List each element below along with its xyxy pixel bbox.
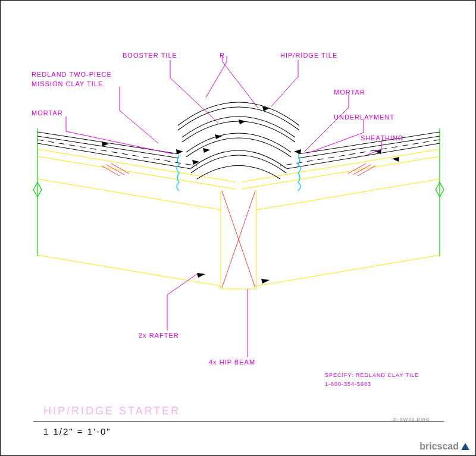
svg-line-18 (358, 166, 375, 176)
label-underlayment: UNDERLAYMENT (334, 114, 394, 121)
label-mortar-right: MORTAR (334, 89, 365, 96)
svg-marker-40 (102, 141, 109, 146)
brand-triangle-icon (461, 443, 469, 450)
svg-marker-32 (203, 148, 210, 153)
svg-line-3 (242, 149, 440, 182)
svg-marker-39 (392, 157, 399, 162)
svg-line-19 (353, 165, 371, 175)
svg-line-16 (107, 165, 124, 175)
label-hip-ridge-tile: HIP/RIDGE TILE (280, 52, 337, 59)
label-rafter: 2x RAFTER (139, 332, 179, 339)
svg-line-8 (37, 255, 221, 286)
brand-text: bricscad (419, 441, 459, 451)
drawing-scale: 1 1/2" = 1'-0" (43, 426, 111, 436)
drawing-number: D-SW20.DWG (393, 417, 430, 422)
svg-marker-34 (261, 279, 270, 284)
label-booster-tile: BOOSTER TILE (123, 52, 177, 59)
title-rule (33, 422, 444, 422)
cad-drawing (1, 1, 476, 456)
svg-line-7 (256, 179, 440, 210)
svg-line-6 (37, 179, 221, 210)
brand-logo: bricscad (419, 441, 469, 452)
svg-line-15 (102, 166, 120, 176)
svg-line-9 (256, 255, 440, 286)
svg-line-20 (348, 163, 366, 174)
label-hip-beam: 4x HIP BEAM (209, 358, 255, 366)
svg-marker-36 (176, 149, 183, 154)
svg-marker-35 (197, 273, 205, 278)
svg-line-2 (37, 149, 236, 182)
drawing-title: HIP/RIDGE STARTER (43, 405, 180, 417)
svg-marker-33 (192, 160, 199, 165)
svg-marker-37 (294, 149, 301, 154)
label-mortar-left: MORTAR (32, 109, 63, 117)
label-redland-line1: REDLAND TWO-PIECE (32, 71, 112, 78)
label-sheathing: SHEATHING (361, 134, 403, 141)
label-r-mark: R (220, 52, 225, 59)
label-redland-line2: MISSION CLAY TILE (32, 80, 103, 87)
spec-line2: 1-800-354-5983 (325, 381, 371, 387)
svg-marker-30 (239, 119, 246, 124)
drawing-stage: BOOSTER TILE R HIP/RIDGE TILE REDLAND TW… (0, 0, 476, 456)
spec-line1: SPECIFY: REDLAND CLAY TILE (325, 372, 419, 378)
svg-line-17 (111, 163, 129, 174)
